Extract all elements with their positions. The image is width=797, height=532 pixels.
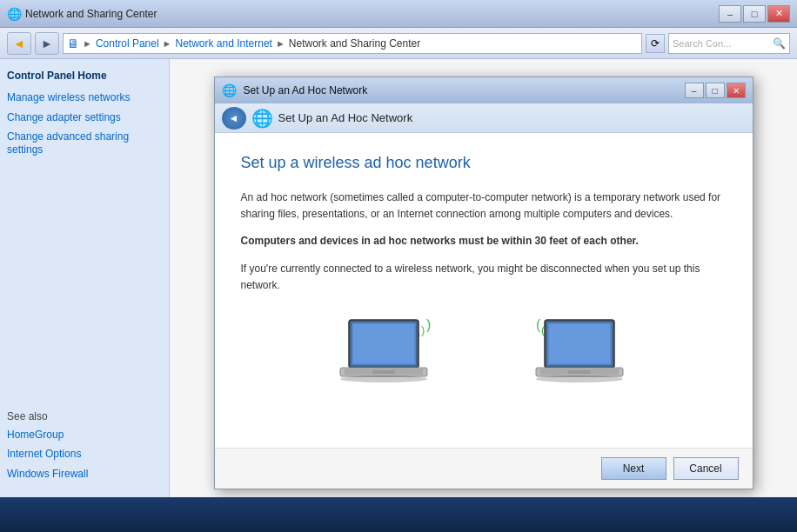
address-bar: 🖥 ► Control Panel ► Network and Internet… (63, 33, 642, 54)
dialog-close-button[interactable]: ✕ (727, 83, 746, 98)
breadcrumb-sep3: ► (276, 38, 285, 49)
window-icon: 🌐 (7, 7, 22, 21)
svg-rect-5 (353, 324, 414, 363)
dialog-description-2: Computers and devices in ad hoc networks… (241, 233, 727, 249)
breadcrumb-sharing-center: Network and Sharing Center (289, 37, 420, 50)
forward-icon: ► (41, 37, 53, 50)
next-button[interactable]: Next (601, 457, 666, 480)
dialog-description-1: An ad hoc network (sometimes called a co… (241, 190, 727, 223)
svg-point-9 (340, 376, 427, 382)
close-button[interactable]: ✕ (767, 5, 790, 23)
back-button[interactable]: ◄ (7, 32, 31, 55)
breadcrumb-control-panel[interactable]: Control Panel (96, 37, 159, 50)
svg-text:): ) (426, 317, 431, 332)
sidebar-homegroup[interactable]: HomeGroup (7, 428, 162, 442)
dialog-main-title: Set up a wireless ad hoc network (241, 154, 727, 172)
svg-text:): ) (421, 323, 425, 336)
content-area: Control Panel Home Manage wireless netwo… (0, 59, 797, 497)
breadcrumb-network-internet[interactable]: Network and Internet (176, 37, 272, 50)
dialog-body: Set up a wireless ad hoc network An ad h… (215, 133, 753, 448)
main-window: 🌐 Network and Sharing Center – □ ✕ ◄ ► 🖥… (0, 0, 797, 497)
dialog-window: 🌐 Set Up an Ad Hoc Network – □ ✕ ◄ 🌐 Set… (214, 76, 753, 489)
sidebar-home-link[interactable]: Control Panel Home (7, 70, 162, 82)
laptop-right: ( ( ( (519, 311, 632, 409)
sidebar-internet-options[interactable]: Internet Options (7, 447, 162, 462)
breadcrumb-home[interactable]: 🖥 (67, 37, 79, 50)
svg-rect-8 (372, 370, 395, 374)
see-also-heading: See also (7, 410, 162, 422)
svg-point-19 (536, 376, 623, 382)
main-content: 🌐 Set Up an Ad Hoc Network – □ ✕ ◄ 🌐 Set… (170, 59, 797, 497)
dialog-title-controls: – □ ✕ (685, 83, 746, 98)
dialog-nav-network-icon: 🌐 (251, 108, 273, 129)
window-title: Network and Sharing Center (25, 8, 157, 20)
taskbar (0, 497, 797, 532)
refresh-button[interactable]: ⟳ (646, 34, 665, 53)
title-bar: 🌐 Network and Sharing Center – □ ✕ (0, 0, 797, 28)
sidebar-item-adapter-settings[interactable]: Change adapter settings (7, 110, 162, 125)
search-box: Search Con... 🔍 (668, 33, 790, 54)
laptop-left: ) ) ) (336, 311, 449, 409)
dialog-title-bar: 🌐 Set Up an Ad Hoc Network – □ ✕ (215, 77, 753, 103)
title-bar-controls: – □ ✕ (719, 5, 790, 23)
dialog-images: ) ) ) (241, 311, 727, 409)
breadcrumb-sep2: ► (163, 38, 172, 49)
cancel-button[interactable]: Cancel (673, 457, 739, 480)
svg-rect-15 (549, 324, 610, 363)
dialog-description-3: If you're currently connected to a wirel… (241, 261, 727, 294)
sidebar-item-advanced-sharing[interactable]: Change advanced sharing settings (7, 130, 162, 157)
search-icon[interactable]: 🔍 (773, 37, 786, 50)
dialog-nav-bar: ◄ 🌐 Set Up an Ad Hoc Network (215, 103, 753, 133)
dialog-title-text: Set Up an Ad Hoc Network (244, 84, 368, 96)
sidebar: Control Panel Home Manage wireless netwo… (0, 59, 170, 497)
maximize-button[interactable]: □ (743, 5, 766, 23)
search-placeholder: Search Con... (673, 38, 731, 49)
sidebar-windows-firewall[interactable]: Windows Firewall (7, 467, 162, 482)
forward-button[interactable]: ► (35, 32, 59, 55)
dialog-maximize-button[interactable]: □ (706, 83, 725, 98)
nav-bar: ◄ ► 🖥 ► Control Panel ► Network and Inte… (0, 28, 797, 59)
breadcrumb-sep1: ► (83, 38, 92, 49)
dialog-footer: Next Cancel (215, 448, 753, 489)
svg-rect-18 (568, 370, 591, 374)
back-icon: ◄ (13, 37, 25, 50)
dialog-nav-title: Set Up an Ad Hoc Network (278, 111, 413, 124)
dialog-back-button[interactable]: ◄ (222, 107, 246, 130)
sidebar-item-manage-wireless[interactable]: Manage wireless networks (7, 90, 162, 105)
minimize-button[interactable]: – (719, 5, 741, 23)
dialog-minimize-button[interactable]: – (685, 83, 704, 98)
dialog-window-icon: 🌐 (222, 83, 237, 97)
dialog-back-icon: ◄ (229, 112, 239, 124)
